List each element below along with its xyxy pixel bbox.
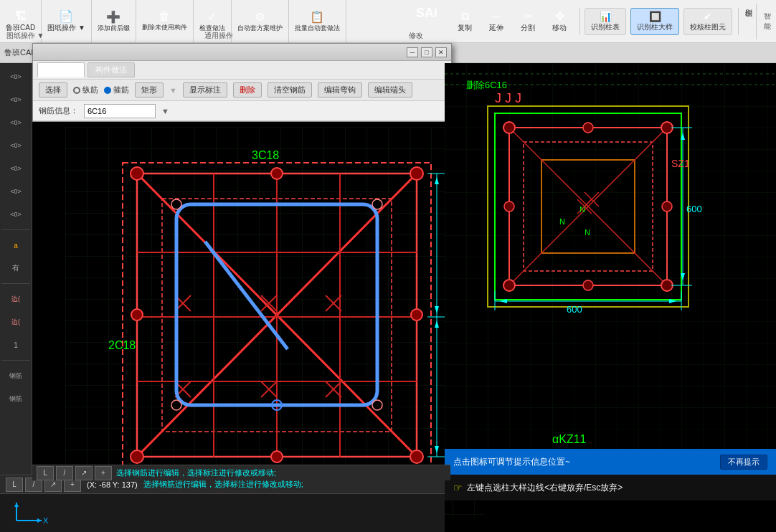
- split-btn[interactable]: ✂ 分割: [514, 8, 542, 34]
- bottom-nav-l[interactable]: L: [6, 478, 23, 492]
- svg-point-30: [271, 168, 283, 179]
- modify-label: 修改: [387, 31, 445, 41]
- svg-text:αKZ11: αKZ11: [552, 433, 587, 445]
- svg-text:N: N: [579, 205, 585, 214]
- svg-marker-96: [37, 518, 42, 523]
- left-item-6[interactable]: <0>: [1, 181, 30, 202]
- verify-icon: ✔: [704, 11, 712, 22]
- select-btn[interactable]: 选择: [39, 82, 67, 98]
- svg-text:N: N: [559, 217, 565, 226]
- no-more-hint-btn[interactable]: 不再提示: [720, 455, 767, 470]
- general-ops-label: 通用操作: [50, 31, 387, 41]
- minimize-btn[interactable]: ─: [407, 47, 418, 57]
- left-panel: <0> <0> <0> <0> <0> <0> <0> a 有 边( 边( 1 …: [0, 63, 32, 532]
- smart-label: 智能: [761, 11, 771, 32]
- radio-circle-1: [73, 87, 80, 94]
- stirrup-radio[interactable]: 箍筋: [104, 85, 129, 95]
- dialog-controls: ─ □ ✕: [407, 47, 447, 57]
- left-item-7[interactable]: <0>: [1, 204, 30, 225]
- axis-indicator: X: [6, 499, 49, 528]
- instruction-bar: ☞ 左键点选柱大样边线<右键放弃/Esc放弃>: [445, 475, 776, 500]
- left-item-2[interactable]: <0>: [1, 89, 30, 110]
- svg-point-27: [410, 167, 423, 180]
- rectangle-btn[interactable]: 矩形: [135, 82, 164, 98]
- copy-btn[interactable]: ⧉ 复制: [450, 8, 479, 34]
- bottom-row: X: [0, 494, 445, 532]
- svg-point-64: [661, 280, 673, 291]
- left-item-4[interactable]: <0>: [1, 135, 30, 156]
- batch-icon: 📋: [310, 10, 324, 24]
- svg-point-32: [131, 309, 143, 320]
- status-nav-btns: L / ↗ +: [37, 466, 112, 480]
- left-item-5[interactable]: <0>: [1, 158, 30, 179]
- svg-text:SZ1: SZ1: [671, 158, 690, 169]
- notification-bar: 点击图标可调节提示信息位置~ 不再提示: [445, 449, 776, 475]
- svg-point-62: [661, 122, 673, 133]
- notification-text: 点击图标可调节提示信息位置~: [453, 456, 570, 468]
- label-2c18: 2C18: [108, 339, 136, 351]
- left-item-rebar2[interactable]: 钢筋: [1, 388, 30, 409]
- left-item-3[interactable]: <0>: [1, 112, 30, 133]
- svg-text:J  J  J: J J J: [495, 91, 521, 105]
- right-cad-canvas[interactable]: N N N 600 600 J J J SZ1 删除6C16 αKZ11 标高~…: [445, 63, 776, 475]
- identify-table-btn[interactable]: 📊 识别柱表: [585, 8, 626, 35]
- show-mark-btn[interactable]: 显示标注: [183, 82, 227, 98]
- left-cad-canvas[interactable]: 3C18 2C18 300 300 (X: -68 Y: 137) X: [65, 127, 483, 518]
- left-item-12[interactable]: 1: [1, 334, 30, 356]
- move-icon: ✥: [555, 9, 564, 23]
- section-edit-dialog: ─ □ ✕ 截面编辑 构件做法 选择 纵筋 箍筋 矩形 ▼ 显示标注 删除 清空…: [32, 43, 452, 122]
- delete-rebar-btn[interactable]: 删除: [233, 82, 262, 98]
- edit-end-btn[interactable]: 编辑端头: [368, 82, 412, 98]
- extend-btn[interactable]: ↔ 延伸: [482, 8, 511, 34]
- verify-element-label: 校核柱图元: [690, 22, 726, 32]
- tab-section-edit[interactable]: 截面编辑: [37, 62, 85, 77]
- clear-rebar-btn[interactable]: 清空钢筋: [268, 82, 312, 98]
- arrow-icon: ☞: [453, 482, 463, 493]
- identify-large-label: 识别柱大样: [637, 22, 673, 32]
- left-item-9[interactable]: 有: [1, 257, 30, 279]
- status-message: 选择钢筋进行编辑，选择标注进行修改或移动;: [116, 467, 276, 478]
- rebar-info-bar: 钢筋信息： ▼: [33, 101, 451, 121]
- left-item-1[interactable]: <0>: [1, 66, 30, 87]
- tab-component-method[interactable]: 构件做法: [87, 62, 135, 77]
- radio-circle-2: [104, 87, 111, 94]
- maximize-btn[interactable]: □: [421, 47, 432, 57]
- close-btn[interactable]: ✕: [435, 47, 447, 57]
- svg-text:600: 600: [567, 304, 582, 315]
- dialog-toolbar2: 选择 纵筋 箍筋 矩形 ▼ 显示标注 删除 清空钢筋 编辑弯钩 编辑端头: [33, 80, 451, 101]
- nav-btn-angle[interactable]: ↗: [75, 466, 93, 480]
- nav-btn-diag[interactable]: /: [56, 466, 73, 480]
- nav-btn-l[interactable]: L: [37, 466, 54, 480]
- delete-unused-btn[interactable]: 🗑 删除未使用构件: [139, 9, 190, 34]
- separator-1: ▼: [169, 86, 177, 95]
- dialog-titlebar: ─ □ ✕: [33, 44, 451, 61]
- svg-text:N: N: [585, 228, 590, 237]
- left-item-11[interactable]: 边(: [1, 311, 30, 333]
- add-prefix-icon: ➕: [106, 10, 120, 24]
- drawing-icon: 📄: [59, 9, 73, 23]
- svg-text:X: X: [43, 516, 49, 525]
- svg-point-66: [583, 280, 593, 290]
- left-item-10[interactable]: 边(: [1, 288, 30, 310]
- table-icon: 📊: [600, 11, 612, 22]
- longitudinal-radio[interactable]: 纵筋: [73, 85, 98, 95]
- rebar-info-input[interactable]: [84, 104, 156, 118]
- dialog-tabs: 截面编辑 构件做法: [33, 61, 451, 80]
- identify-large-btn[interactable]: 🔲 识别柱大样: [630, 8, 679, 35]
- svg-point-68: [662, 201, 672, 212]
- svg-point-63: [503, 280, 515, 291]
- edit-hook-btn[interactable]: 编辑弯钩: [318, 82, 362, 98]
- nav-btn-plus[interactable]: +: [95, 466, 112, 480]
- coordinates: (X: -68 Y: 137): [87, 480, 138, 489]
- extend-icon: ↔: [491, 10, 502, 23]
- move-btn[interactable]: ✥ 移动: [545, 8, 574, 34]
- left-item-8[interactable]: a: [1, 234, 30, 256]
- verify-element-btn[interactable]: ✔ 校核柱图元: [683, 8, 732, 35]
- split-icon: ✂: [524, 9, 533, 23]
- large-icon: 🔲: [649, 11, 661, 22]
- left-item-rebar1[interactable]: 钢筋: [1, 365, 30, 386]
- bottom-status-bar: L / ↗ + (X: -68 Y: 137) 选择钢筋进行编辑，选择标注进行修…: [0, 475, 445, 532]
- instruction-text: 左键点选柱大样边线<右键放弃/Esc放弃>: [467, 482, 623, 494]
- bottom-message: 选择钢筋进行编辑，选择标注进行修改或移动;: [143, 479, 303, 490]
- svg-point-29: [410, 450, 423, 463]
